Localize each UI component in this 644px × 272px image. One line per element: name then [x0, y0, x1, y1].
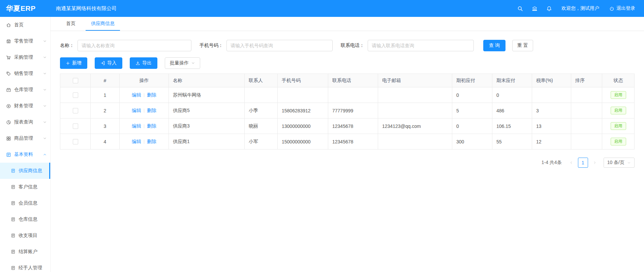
document-icon: [11, 266, 16, 270]
batch-operation-button[interactable]: 批量操作: [165, 57, 200, 69]
bell-icon[interactable]: [546, 6, 552, 11]
sales-icon: [6, 71, 11, 76]
column-header-phone: 联系电话: [328, 74, 378, 87]
sidebar-item-goods[interactable]: 商品管理: [0, 130, 50, 146]
sidebar-item-retail[interactable]: 零售管理: [0, 33, 50, 49]
cell-closing-payable: 55: [492, 134, 532, 149]
add-button[interactable]: 新增: [60, 57, 87, 69]
cell-sort: [571, 118, 602, 134]
tab-home[interactable]: 首页: [61, 17, 81, 31]
chevron-down-icon: [43, 120, 47, 124]
sidebar-item-supplier-info[interactable]: 供应商信息: [0, 163, 50, 179]
sidebar-item-label: 销售管理: [14, 71, 33, 77]
sidebar-item-customer-info[interactable]: 客户信息: [0, 179, 50, 195]
prev-page-button[interactable]: [566, 158, 576, 167]
row-checkbox[interactable]: [73, 139, 78, 144]
column-header-mobile: 手机号码: [278, 74, 328, 87]
delete-link[interactable]: 删除: [147, 123, 156, 129]
sidebar-item-member-info[interactable]: 会员信息: [0, 195, 50, 211]
next-page-button[interactable]: [590, 158, 600, 167]
column-header-index: #: [91, 74, 120, 87]
chevron-down-icon: [43, 136, 47, 140]
filter-name: 名称：: [60, 40, 191, 51]
divider: [144, 140, 144, 144]
top-header: 华夏ERP 南通某某网络科技有限公司 欢迎您，测试用户 退出登录: [0, 0, 644, 17]
status-badge: 启用: [611, 91, 626, 99]
chevron-down-icon: [43, 104, 47, 108]
sidebar-item-report[interactable]: 报表查询: [0, 114, 50, 130]
organization-icon[interactable]: [532, 6, 538, 11]
table-header-row: # 操作 名称 联系人 手机号码 联系电话 电子邮箱 期初应付 期末应付 税率(…: [60, 74, 635, 87]
sidebar-item-handler-management[interactable]: 经手人管理: [0, 260, 50, 272]
sidebar-item-basic-data[interactable]: 基本资料: [0, 146, 50, 163]
delete-link[interactable]: 删除: [147, 108, 156, 113]
sidebar-item-warehouse-info[interactable]: 仓库信息: [0, 211, 50, 227]
cell-index: 2: [91, 103, 120, 118]
delete-link[interactable]: 删除: [147, 92, 156, 98]
status-badge: 启用: [611, 138, 626, 145]
document-icon: [11, 201, 16, 206]
warehouse-icon: [6, 87, 11, 92]
edit-link[interactable]: 编辑: [132, 139, 141, 144]
search-icon[interactable]: [517, 6, 523, 11]
name-search-input[interactable]: [78, 40, 191, 51]
reset-button[interactable]: 重 置: [512, 40, 533, 51]
document-icon: [11, 168, 16, 173]
status-badge: 启用: [611, 107, 626, 114]
export-button[interactable]: 导出: [130, 57, 157, 69]
sidebar-item-home[interactable]: 首页: [0, 17, 50, 33]
page-number-button[interactable]: 1: [578, 158, 588, 168]
logout-button[interactable]: 退出登录: [609, 5, 635, 11]
chevron-down-icon: [43, 39, 47, 43]
sidebar-item-warehouse[interactable]: 仓库管理: [0, 82, 50, 98]
cell-email: 1234123@qq.com: [378, 118, 452, 134]
chevron-down-icon: [191, 61, 195, 65]
sidebar-item-sales[interactable]: 销售管理: [0, 65, 50, 82]
search-button[interactable]: 查 询: [483, 40, 505, 51]
column-header-sort: 排序: [571, 74, 602, 87]
select-all-checkbox[interactable]: [73, 78, 78, 83]
sidebar-item-finance[interactable]: 财务管理: [0, 98, 50, 114]
column-header-contact: 联系人: [245, 74, 278, 87]
row-checkbox[interactable]: [73, 108, 78, 113]
edit-link[interactable]: 编辑: [132, 123, 141, 129]
sidebar-item-label: 收支项目: [19, 233, 37, 239]
column-header-closing-payable: 期末应付: [492, 74, 532, 87]
cell-mobile: 13000000000: [278, 118, 328, 134]
divider: [144, 109, 144, 113]
sidebar-item-label: 仓库管理: [14, 87, 33, 93]
sidebar-item-label: 采购管理: [14, 54, 33, 60]
cell-closing-payable: 106.15: [492, 118, 532, 134]
logout-icon: [609, 6, 614, 11]
column-header-status: 状态: [602, 74, 635, 87]
edit-link[interactable]: 编辑: [132, 92, 141, 98]
cell-contact: [245, 87, 278, 103]
plus-icon: [66, 61, 70, 65]
import-button[interactable]: 导入: [95, 57, 122, 69]
cell-tax-rate: [532, 87, 571, 103]
sidebar-item-settlement-account[interactable]: 结算账户: [0, 244, 50, 260]
delete-link[interactable]: 删除: [147, 139, 156, 144]
filter-mobile: 手机号码：: [200, 40, 333, 51]
sidebar-item-income-expense[interactable]: 收支项目: [0, 227, 50, 244]
divider: [144, 93, 144, 97]
cell-tax-rate: 12: [532, 134, 571, 149]
phone-search-input[interactable]: [368, 40, 474, 51]
mobile-search-input[interactable]: [226, 40, 333, 51]
cell-contact: 小季: [245, 103, 278, 118]
sidebar-item-purchase[interactable]: 采购管理: [0, 49, 50, 65]
page-size-select[interactable]: 10 条/页: [604, 158, 635, 168]
phone-filter-label: 联系电话：: [341, 43, 364, 49]
cell-mobile: [278, 87, 328, 103]
row-checkbox[interactable]: [73, 92, 78, 98]
cell-phone: 77779999: [328, 103, 378, 118]
cell-mobile: 15806283912: [278, 103, 328, 118]
edit-link[interactable]: 编辑: [132, 108, 141, 113]
chevron-down-icon: [627, 161, 631, 165]
column-header-email: 电子邮箱: [378, 74, 452, 87]
company-name: 南通某某网络科技有限公司: [56, 5, 117, 12]
tab-supplier-info[interactable]: 供应商信息: [86, 17, 120, 31]
filter-bar: 名称： 手机号码： 联系电话： 查 询 重 置: [60, 40, 635, 51]
header-actions: 欢迎您，测试用户 退出登录: [509, 5, 644, 11]
row-checkbox[interactable]: [73, 124, 78, 129]
